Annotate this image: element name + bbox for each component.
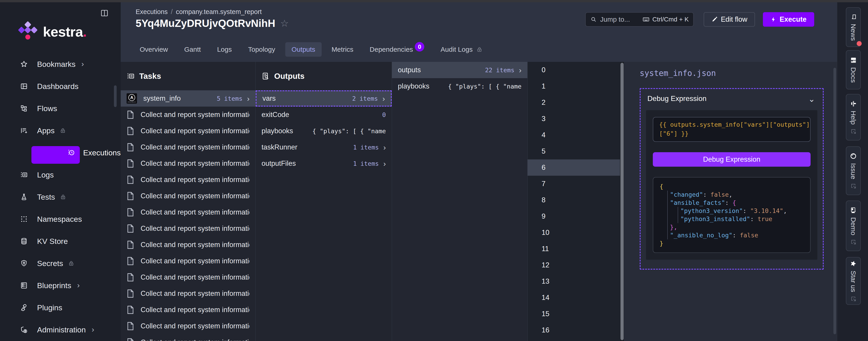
debug-expression-button[interactable]: Debug Expression bbox=[653, 152, 811, 167]
task-row[interactable]: Collect and report system information bbox=[121, 318, 255, 334]
expression-input[interactable]: {{ outputs.system_info["vars"]["outputs"… bbox=[653, 117, 811, 142]
docs-button[interactable]: Docs bbox=[846, 50, 861, 90]
task-row[interactable]: Collect and report system information bbox=[121, 253, 255, 269]
tab-audit-logs[interactable]: Audit Logs bbox=[434, 42, 489, 57]
task-row[interactable]: Collect and report system information bbox=[121, 334, 255, 341]
sidebar-item-namespaces[interactable]: Namespaces bbox=[0, 208, 121, 230]
output-row-outputfiles[interactable]: outputFiles 1 items › bbox=[256, 156, 392, 172]
kestra-logo[interactable]: kestra. bbox=[18, 21, 87, 42]
logs-icon bbox=[19, 171, 29, 179]
index-row[interactable]: 1 bbox=[528, 78, 624, 94]
task-row[interactable]: Collect and report system information bbox=[121, 302, 255, 318]
file-icon bbox=[127, 208, 134, 217]
file-icon bbox=[127, 127, 134, 136]
index-row[interactable]: 8 bbox=[528, 192, 624, 208]
sidebar-item-kv-store[interactable]: KV Store bbox=[0, 230, 121, 252]
task-row[interactable]: Collect and report system information bbox=[121, 123, 255, 139]
sidebar-collapse-icon[interactable] bbox=[99, 8, 110, 18]
index-row[interactable]: 9 bbox=[528, 208, 624, 225]
book-icon bbox=[850, 57, 857, 64]
star-us-button[interactable]: Star us bbox=[846, 257, 861, 305]
index-row[interactable]: 15 bbox=[528, 306, 624, 322]
tab-dependencies[interactable]: Dependencies0 bbox=[363, 42, 431, 57]
task-row[interactable]: Collect and report system information bbox=[121, 156, 255, 172]
tab-topology[interactable]: Topology bbox=[242, 42, 281, 57]
task-row[interactable]: Collect and report system information bbox=[121, 172, 255, 188]
tab-overview[interactable]: Overview bbox=[133, 42, 174, 57]
task-row[interactable]: Collect and report system information bbox=[121, 269, 255, 285]
video-icon bbox=[850, 207, 857, 214]
index-row[interactable]: 4 bbox=[528, 127, 624, 143]
output-row-vars[interactable]: vars 2 items › bbox=[256, 90, 392, 107]
task-row[interactable]: Collect and report system information bbox=[121, 204, 255, 220]
search-placeholder: Jump to... bbox=[600, 15, 630, 23]
index-row[interactable]: 2 bbox=[528, 94, 624, 111]
output-row-exitcode[interactable]: exitCode 0 bbox=[256, 107, 392, 123]
task-row[interactable]: Collect and report system information bbox=[121, 139, 255, 156]
index-row[interactable]: 7 bbox=[528, 176, 624, 192]
tab-gantt[interactable]: Gantt bbox=[178, 42, 207, 57]
sidebar-item-logs[interactable]: Logs bbox=[0, 164, 121, 186]
task-row[interactable]: Collect and report system information bbox=[121, 237, 255, 253]
file-icon bbox=[127, 305, 134, 314]
index-row[interactable]: 5 bbox=[528, 143, 624, 160]
index-row[interactable]: 12 bbox=[528, 257, 624, 273]
issue-button[interactable]: Issue bbox=[846, 146, 861, 195]
executions-icon bbox=[67, 149, 75, 157]
index-row[interactable]: 14 bbox=[528, 289, 624, 306]
sidebar-item-dashboards[interactable]: Dashboards bbox=[0, 75, 121, 97]
task-row[interactable]: Collect and report system information bbox=[121, 188, 255, 204]
sidebar-item-administration[interactable]: Administration › bbox=[0, 319, 121, 341]
help-button[interactable]: Help bbox=[846, 94, 861, 140]
breadcrumb-flow[interactable]: company.team.system_report bbox=[176, 8, 262, 15]
page-header: Executions/company.team.system_report 5Y… bbox=[121, 2, 837, 62]
top-strip bbox=[0, 0, 868, 2]
lock-icon bbox=[60, 127, 66, 134]
edit-flow-button[interactable]: Edit flow bbox=[704, 12, 755, 27]
chevron-right-icon: › bbox=[247, 94, 250, 103]
index-row-list: 0 1 2 3 4 bbox=[528, 62, 624, 338]
vars-children-column: outputs 22 items › playbooks { "plays": … bbox=[392, 62, 528, 341]
execute-button[interactable]: Execute bbox=[763, 12, 814, 27]
task-row-system-info[interactable]: A ANSIBLE system_info 5 items › bbox=[121, 90, 255, 107]
tab-metrics[interactable]: Metrics bbox=[325, 42, 360, 57]
output-row-playbooks[interactable]: playbooks { "plays": [ { "name bbox=[256, 123, 392, 139]
index-row[interactable]: 13 bbox=[528, 273, 624, 289]
vars-row-outputs[interactable]: outputs 22 items › bbox=[392, 62, 527, 78]
index-row[interactable]: 16 bbox=[528, 322, 624, 338]
demo-button[interactable]: Demo bbox=[846, 201, 861, 251]
output-row-taskrunner[interactable]: taskRunner 1 items › bbox=[256, 139, 392, 156]
right-toolbar: News Docs Help Issue bbox=[837, 2, 868, 341]
sidebar-scrollbar[interactable] bbox=[114, 86, 117, 107]
index-row[interactable]: 0 bbox=[528, 62, 624, 78]
flows-icon bbox=[19, 105, 29, 112]
shield-account-icon bbox=[19, 326, 29, 334]
outputs-column: Outputs vars 2 items › exitCode 0 playbo… bbox=[256, 62, 392, 341]
index-row[interactable]: 11 bbox=[528, 241, 624, 257]
task-row[interactable]: Collect and report system information bbox=[121, 285, 255, 302]
tab-logs[interactable]: Logs bbox=[211, 42, 238, 57]
index-row[interactable]: 6 bbox=[528, 160, 624, 176]
task-row[interactable]: Collect and report system information bbox=[121, 107, 255, 123]
sidebar-item-secrets[interactable]: Secrets bbox=[0, 252, 121, 274]
vars-row-playbooks[interactable]: playbooks { "plays": [ { "name bbox=[392, 78, 527, 94]
sidebar-item-tests[interactable]: Tests bbox=[0, 186, 121, 208]
index-scrollbar[interactable] bbox=[620, 63, 624, 340]
tab-outputs[interactable]: Outputs bbox=[285, 42, 322, 57]
sidebar-item-flows[interactable]: Flows bbox=[0, 97, 121, 120]
sidebar-item-bookmarks[interactable]: Bookmarks › bbox=[0, 53, 121, 75]
sidebar-item-blueprints[interactable]: Blueprints › bbox=[0, 274, 121, 297]
search-input[interactable]: Jump to... Ctrl/Cmd + K bbox=[585, 12, 694, 27]
favorite-star-icon[interactable]: ☆ bbox=[280, 18, 289, 29]
sidebar-item-executions[interactable]: Executions bbox=[0, 142, 121, 164]
task-row[interactable]: Collect and report system information bbox=[121, 220, 255, 237]
index-row[interactable]: 10 bbox=[528, 225, 624, 241]
index-row[interactable]: 3 bbox=[528, 111, 624, 127]
sidebar-item-plugins[interactable]: Plugins bbox=[0, 297, 121, 319]
breadcrumb-executions[interactable]: Executions bbox=[135, 8, 168, 15]
sidebar-item-apps[interactable]: Apps bbox=[0, 120, 121, 142]
detail-panel: system_info.json Debug Expression ⌄ {{ o… bbox=[624, 62, 837, 341]
sidebar: kestra. Bookmarks › Dashboards Flows App… bbox=[0, 2, 121, 341]
chevron-down-icon[interactable]: ⌄ bbox=[808, 94, 815, 104]
detail-scrollbar[interactable] bbox=[833, 68, 836, 334]
